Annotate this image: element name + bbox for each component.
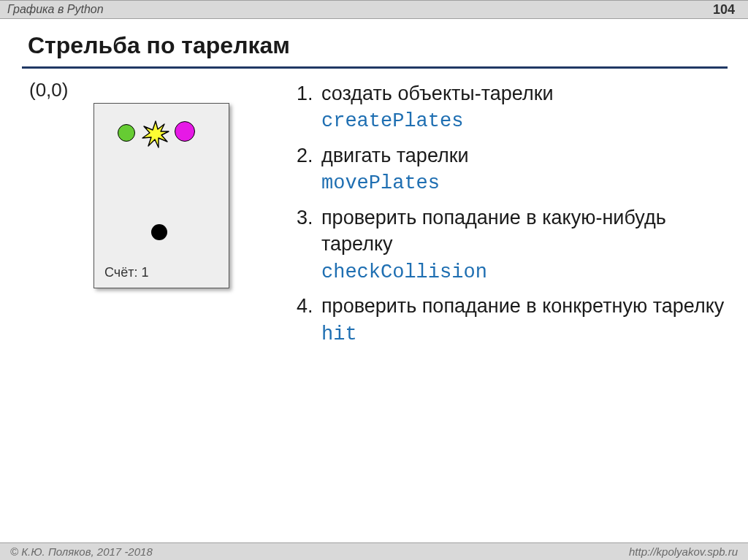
plate-magenta: [175, 121, 195, 142]
slide-body: (0,0) Счёт: 1 создать объекты-тарелки cr…: [22, 79, 728, 355]
header-bar: Графика в Python 104: [0, 0, 748, 19]
score-label: Счёт: 1: [104, 265, 148, 280]
list-item: создать объекты-тарелки createPlates: [318, 80, 728, 135]
list-item: проверить попадание в конкретную тарелку…: [318, 293, 728, 348]
list-item: проверить попадание в какую-нибудь тарел…: [318, 204, 728, 285]
plate-green: [118, 124, 135, 142]
steps-list: создать объекты-тарелки createPlates дви…: [292, 80, 728, 348]
slide-title: Стрельба по тарелкам: [22, 28, 728, 69]
step-code: checkCollision: [321, 261, 487, 283]
explosion-icon: [141, 120, 170, 149]
step-code: createPlates: [321, 110, 463, 132]
step-text: проверить попадание в какую-нибудь тарел…: [321, 207, 666, 255]
step-code: movePlates: [321, 172, 440, 194]
list-item: двигать тарелки movePlates: [318, 142, 728, 197]
step-text: проверить попадание в конкретную тарелку: [321, 295, 724, 317]
step-text: создать объекты-тарелки: [321, 83, 554, 104]
footer-url: http://kpolyakov.spb.ru: [629, 545, 738, 558]
diagram-column: (0,0) Счёт: 1: [22, 79, 263, 288]
page-number: 104: [713, 2, 735, 18]
origin-label: (0,0): [29, 79, 263, 101]
steps-column: создать объекты-тарелки createPlates дви…: [292, 79, 728, 355]
slide-content: Стрельба по тарелкам (0,0) Счёт: 1 созда…: [0, 19, 748, 355]
footer-bar: © К.Ю. Поляков, 2017 -2018 http://kpolya…: [0, 542, 748, 560]
svg-marker-0: [142, 121, 169, 147]
bullet-dot: [151, 224, 167, 240]
header-topic: Графика в Python: [7, 3, 104, 16]
step-code: hit: [321, 323, 357, 345]
step-text: двигать тарелки: [321, 145, 469, 166]
footer-copyright: © К.Ю. Поляков, 2017 -2018: [10, 545, 153, 558]
game-canvas: Счёт: 1: [94, 103, 229, 288]
